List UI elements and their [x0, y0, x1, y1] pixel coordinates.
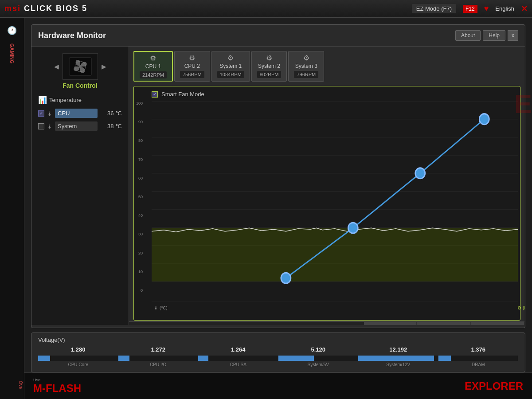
fan-tab-sys3-rpm: 796RPM — [294, 71, 318, 78]
voltage-bar-cpu-io — [118, 356, 199, 361]
fan-tab-sys2-name: System 2 — [258, 63, 280, 69]
chart-area: 100 90 80 70 60 50 40 30 20 10 0 — [152, 101, 518, 301]
fan-right-panel: ⚙ CPU 1 2142RPM ⚙ CPU 2 756RPM ⚙ System … — [129, 47, 525, 325]
fan-tab-sys2-rpm: 802RPM — [257, 71, 282, 78]
top-bar-right: EZ Mode (F7) F12 ♥ English ✕ — [412, 4, 528, 14]
voltage-labels: CPU Core CPU I/O CPU SA System/5V System… — [38, 362, 518, 367]
fan-tab-cpu1-name: CPU 1 — [145, 63, 161, 70]
fan-tabs: ⚙ CPU 1 2142RPM ⚙ CPU 2 756RPM ⚙ System … — [133, 51, 520, 82]
voltage-bars — [38, 356, 518, 361]
cpu-temp-value: 36 ℃ — [100, 110, 122, 117]
svg-point-20 — [348, 223, 358, 233]
voltage-lbl-dram: DRAM — [438, 362, 519, 367]
language-selector[interactable]: English — [495, 5, 514, 12]
hw-body: ◀ ▶ Fa — [31, 47, 525, 325]
cpu-thermometer-icon: 🌡 — [47, 110, 53, 117]
fan-tab-sys1-name: System 1 — [219, 63, 242, 69]
voltage-lbl-sys5v: System/5V — [278, 362, 359, 367]
side-nav: 🕐 GAMING Ove — [0, 18, 24, 399]
voltage-item-dram: 1.376 — [438, 345, 519, 353]
hw-title-buttons: About Help x — [455, 30, 518, 41]
fan-tab-cpu1[interactable]: ⚙ CPU 1 2142RPM — [133, 51, 173, 82]
smart-fan-header: Smart Fan Mode — [152, 91, 518, 98]
fan-tab-cpu1-rpm: 2142RPM — [140, 71, 167, 78]
voltage-title: Voltage(V) — [38, 336, 518, 343]
bottom-explorer-value: EXPLORER — [425, 380, 523, 392]
system-temp-name[interactable]: System — [55, 121, 98, 131]
all-full-speed-button[interactable]: All Full Speed(F) — [364, 322, 416, 325]
voltage-val-sys12v: 12.192 — [389, 346, 407, 353]
bottom-mflash[interactable]: Use M-FLASH — [24, 378, 131, 395]
voltage-bar-fill-cpu-core — [38, 356, 50, 361]
system-thermometer-icon: 🌡 — [47, 123, 53, 130]
temp-icon: 📊 — [38, 96, 47, 104]
fan-diagram — [63, 53, 98, 80]
ez-mode-button[interactable]: EZ Mode (F7) — [412, 4, 456, 13]
voltage-bar-cpu-sa — [198, 356, 278, 361]
voltage-val-cpu-core: 1.280 — [71, 346, 86, 353]
chart-container: Smart Fan Mode 100 90 80 70 60 50 40 — [133, 86, 520, 321]
voltage-lbl-cpu-core: CPU Core — [38, 362, 118, 367]
fan-tab-sys3-name: System 3 — [295, 63, 317, 69]
side-nav-gaming-label: GAMING — [9, 43, 15, 63]
voltage-bar-fill-sys12v — [358, 356, 434, 361]
voltage-bar-dram — [438, 356, 519, 361]
cpu-temp-checkbox[interactable] — [38, 110, 44, 117]
voltage-lbl-cpu-io: CPU I/O — [118, 362, 199, 367]
help-button[interactable]: Help — [483, 30, 505, 41]
temp-header: 📊 Temperature — [38, 96, 122, 104]
svg-rect-15 — [152, 228, 518, 282]
nav-prev-icon[interactable]: ◀ — [54, 63, 59, 70]
system-temp-row: 🌡 System 38 ℃ — [38, 121, 122, 131]
nav-next-icon[interactable]: ▶ — [102, 63, 106, 70]
voltage-values: 1.280 1.272 1.264 5.120 12.192 1.376 — [38, 345, 518, 353]
svg-line-18 — [420, 119, 485, 173]
temperature-label: Temperature — [49, 97, 82, 103]
msi-logo: msi CLICK BIOS 5 — [4, 4, 87, 13]
voltage-lbl-sys12v: System/12V — [358, 362, 438, 367]
hw-close-button[interactable]: x — [508, 30, 518, 41]
about-button[interactable]: About — [455, 30, 481, 41]
voltage-bar-sys12v — [358, 356, 438, 361]
system-temp-checkbox[interactable] — [38, 123, 44, 129]
voltage-item-cpu-io: 1.272 — [118, 345, 199, 353]
fan-tab-cpu2[interactable]: ⚙ CPU 2 756RPM — [174, 51, 210, 82]
voltage-val-dram: 1.376 — [471, 346, 485, 353]
voltage-bar-fill-cpu-io — [118, 356, 129, 361]
system-temp-value: 38 ℃ — [100, 123, 122, 129]
all-set-cancel-button[interactable]: All Set Cancel(C) — [471, 322, 524, 325]
voltage-item-sys12v: 12.192 — [358, 345, 438, 353]
fan-tab-sys3-icon: ⚙ — [303, 54, 309, 62]
f12-icon[interactable]: F12 — [463, 5, 477, 12]
voltage-bar-cpu-core — [38, 356, 118, 361]
voltage-val-sys5v: 5.120 — [311, 346, 325, 353]
svg-point-19 — [281, 273, 291, 283]
bottom-explorer[interactable]: EXPLORER — [425, 380, 532, 392]
voltage-val-cpu-io: 1.272 — [151, 346, 165, 353]
side-nav-overclocking[interactable]: Ove — [0, 377, 24, 392]
fan-tab-cpu2-rpm: 756RPM — [180, 71, 204, 78]
y-axis-rpm-label: ⚙(RPM) — [517, 305, 525, 310]
x-axis-label: 🌡(℃) — [154, 305, 168, 310]
hardware-monitor-panel: Hardware Monitor About Help x ◀ — [31, 24, 525, 328]
cpu-temp-name[interactable]: CPU — [55, 109, 98, 118]
smart-fan-checkbox[interactable] — [152, 91, 158, 98]
voltage-bar-fill-dram — [438, 356, 451, 361]
fan-tab-sys2[interactable]: ⚙ System 2 802RPM — [251, 51, 287, 82]
fan-tab-sys1[interactable]: ⚙ System 1 1084RPM — [211, 51, 250, 82]
chart-svg — [152, 101, 518, 301]
voltage-item-cpu-sa: 1.264 — [198, 345, 278, 353]
voltage-section: Voltage(V) 1.280 1.272 1.264 5.120 12.19… — [31, 332, 525, 372]
svg-line-17 — [353, 173, 420, 228]
side-nav-item-1[interactable]: 🕐 — [0, 22, 24, 39]
close-button[interactable]: ✕ — [521, 4, 528, 14]
favorites-icon[interactable]: ♥ — [484, 4, 489, 13]
fan-tab-sys1-rpm: 1084RPM — [217, 71, 244, 78]
voltage-bar-sys5v — [278, 356, 359, 361]
fan-tab-cpu2-icon: ⚙ — [189, 54, 195, 62]
all-set-default-button[interactable]: All Set Default(O) — [417, 322, 471, 325]
cpu-temp-row: 🌡 CPU 36 ℃ — [38, 109, 122, 118]
fan-tab-sys3[interactable]: ⚙ System 3 796RPM — [288, 51, 324, 82]
fan-tab-cpu1-icon: ⚙ — [150, 54, 156, 63]
y-axis-left: 100 90 80 70 60 50 40 30 20 10 0 — [136, 101, 143, 293]
